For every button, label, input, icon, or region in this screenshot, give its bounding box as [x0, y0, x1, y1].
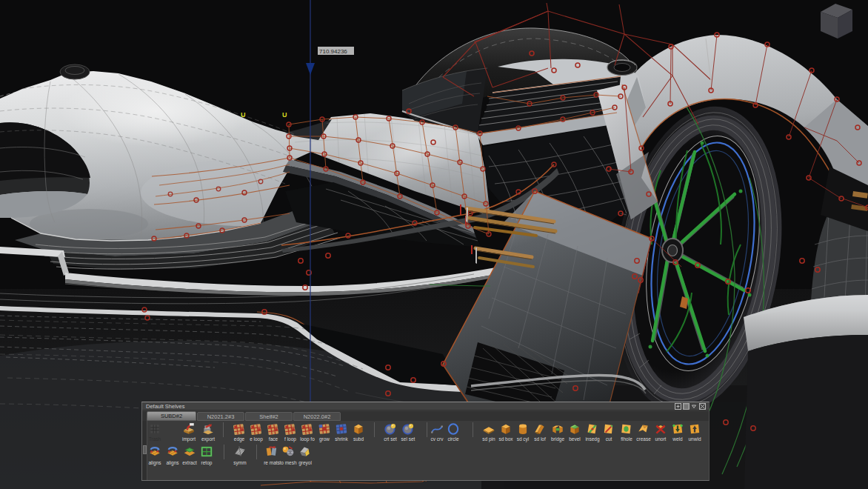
svg-text:U: U: [241, 111, 246, 119]
svg-text:710.94236: 710.94236: [319, 48, 347, 55]
svg-text:U: U: [282, 111, 287, 119]
